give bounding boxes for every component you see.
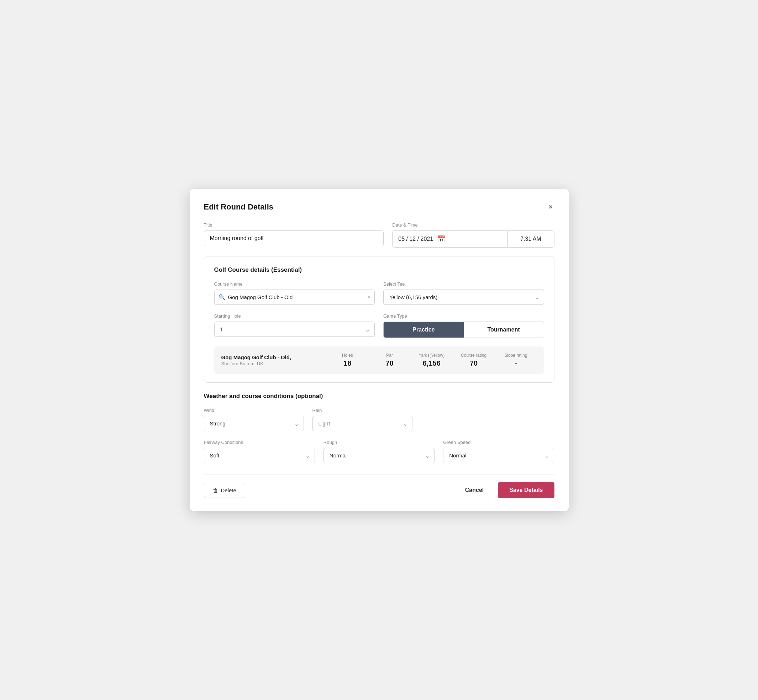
starting-hole-label: Starting Hole — [214, 313, 375, 319]
golf-course-section: Golf Course details (Essential) Course N… — [204, 256, 554, 383]
holes-stat: Holes 18 — [326, 353, 368, 367]
cancel-button[interactable]: Cancel — [459, 483, 489, 498]
fairway-select[interactable]: Soft Normal Hard — [204, 448, 315, 463]
weather-section: Weather and course conditions (optional)… — [204, 393, 554, 463]
wind-rain-row: Wind Calm Light Moderate Strong Very Str… — [204, 408, 554, 431]
green-speed-select-wrapper: Slow Normal Fast Very Fast ⌄ — [443, 448, 554, 463]
wind-label: Wind — [204, 408, 304, 413]
starting-hole-group: Starting Hole 1 2 3 ⌄ — [214, 313, 375, 338]
date-part[interactable]: 05 / 12 / 2021 📅 — [393, 231, 507, 247]
green-speed-select[interactable]: Slow Normal Fast Very Fast — [443, 448, 554, 463]
golf-section-title: Golf Course details (Essential) — [214, 266, 544, 273]
title-label: Title — [204, 222, 384, 228]
game-type-group: Game Type Practice Tournament — [383, 313, 544, 338]
course-info-location: Shelford Bottom, UK — [221, 361, 327, 366]
close-button[interactable]: × — [547, 202, 554, 212]
course-rating-label: Course rating — [453, 353, 495, 358]
yards-label: Yards(Yellow) — [411, 353, 453, 358]
rough-label: Rough — [324, 440, 434, 445]
course-tee-row: Course Name 🔍 × Select Tee Yellow (6,156… — [214, 281, 544, 305]
course-search-wrapper: 🔍 × — [214, 289, 375, 305]
rain-group: Rain None Light Moderate Heavy ⌄ — [312, 408, 412, 431]
tee-select[interactable]: Yellow (6,156 yards) White (6,500 yards)… — [383, 289, 544, 305]
modal-title: Edit Round Details — [204, 202, 274, 212]
rough-group: Rough Soft Normal Hard ⌄ — [324, 440, 434, 463]
weather-section-title: Weather and course conditions (optional) — [204, 393, 554, 400]
yards-value: 6,156 — [411, 359, 453, 367]
course-rating-value: 70 — [453, 359, 495, 367]
course-name-input[interactable] — [214, 289, 375, 305]
select-tee-label: Select Tee — [383, 281, 544, 287]
modal-header: Edit Round Details × — [204, 202, 554, 212]
delete-button[interactable]: 🗑 Delete — [204, 483, 245, 498]
title-field-group: Title — [204, 222, 384, 248]
course-name-label: Course Name — [214, 281, 375, 287]
course-info-name: Gog Magog Golf Club - Old, Shelford Bott… — [221, 354, 327, 366]
time-value: 7:31 AM — [520, 236, 541, 242]
par-stat: Par 70 — [368, 353, 410, 367]
holes-label: Holes — [326, 353, 368, 358]
slope-rating-label: Slope rating — [495, 353, 537, 358]
clear-course-button[interactable]: × — [367, 294, 370, 300]
select-tee-group: Select Tee Yellow (6,156 yards) White (6… — [383, 281, 544, 305]
green-speed-group: Green Speed Slow Normal Fast Very Fast ⌄ — [443, 440, 554, 463]
delete-label: Delete — [221, 487, 236, 493]
holes-value: 18 — [326, 359, 368, 367]
slope-rating-stat: Slope rating - — [495, 353, 537, 367]
fairway-select-wrapper: Soft Normal Hard ⌄ — [204, 448, 315, 463]
par-value: 70 — [368, 359, 410, 367]
calendar-icon: 📅 — [437, 235, 445, 243]
hole-gametype-row: Starting Hole 1 2 3 ⌄ Game Type Practice… — [214, 313, 544, 338]
slope-rating-value: - — [495, 359, 537, 367]
date-value: 05 / 12 / 2021 — [398, 236, 433, 242]
wind-group: Wind Calm Light Moderate Strong Very Str… — [204, 408, 304, 431]
edit-round-modal: Edit Round Details × Title Date & Time 0… — [190, 189, 568, 511]
rough-select-wrapper: Soft Normal Hard ⌄ — [324, 448, 434, 463]
practice-toggle-button[interactable]: Practice — [384, 322, 464, 338]
date-time-group: 05 / 12 / 2021 📅 7:31 AM — [392, 230, 554, 248]
footer-actions: 🗑 Delete Cancel Save Details — [204, 475, 554, 498]
starting-hole-select[interactable]: 1 2 3 — [214, 322, 375, 337]
trash-icon: 🗑 — [213, 487, 218, 493]
hole-select-wrapper: 1 2 3 ⌄ — [214, 322, 375, 337]
conditions-row: Fairway Conditions Soft Normal Hard ⌄ Ro… — [204, 440, 554, 463]
time-part[interactable]: 7:31 AM — [508, 231, 554, 247]
title-input[interactable] — [204, 230, 384, 246]
yards-stat: Yards(Yellow) 6,156 — [411, 353, 453, 367]
tee-select-wrapper: Yellow (6,156 yards) White (6,500 yards)… — [383, 289, 544, 305]
footer-right: Cancel Save Details — [459, 482, 554, 498]
save-button[interactable]: Save Details — [498, 482, 554, 498]
fairway-group: Fairway Conditions Soft Normal Hard ⌄ — [204, 440, 315, 463]
fairway-label: Fairway Conditions — [204, 440, 315, 445]
search-icon: 🔍 — [219, 294, 226, 300]
rain-label: Rain — [312, 408, 412, 413]
game-type-toggle: Practice Tournament — [383, 322, 544, 338]
course-info-bar: Gog Magog Golf Club - Old, Shelford Bott… — [214, 347, 544, 374]
datetime-label: Date & Time — [392, 222, 554, 228]
tournament-toggle-button[interactable]: Tournament — [464, 322, 544, 338]
par-label: Par — [368, 353, 410, 358]
title-datetime-row: Title Date & Time 05 / 12 / 2021 📅 7:31 … — [204, 222, 554, 248]
wind-select[interactable]: Calm Light Moderate Strong Very Strong — [204, 416, 304, 431]
green-speed-label: Green Speed — [443, 440, 554, 445]
rough-select[interactable]: Soft Normal Hard — [324, 448, 434, 463]
course-rating-stat: Course rating 70 — [453, 353, 495, 367]
course-name-group: Course Name 🔍 × — [214, 281, 375, 305]
datetime-field-group: Date & Time 05 / 12 / 2021 📅 7:31 AM — [392, 222, 554, 248]
wind-select-wrapper: Calm Light Moderate Strong Very Strong ⌄ — [204, 416, 304, 431]
course-info-name-main: Gog Magog Golf Club - Old, — [221, 354, 327, 360]
rain-select[interactable]: None Light Moderate Heavy — [312, 416, 412, 431]
rain-select-wrapper: None Light Moderate Heavy ⌄ — [312, 416, 412, 431]
game-type-label: Game Type — [383, 313, 544, 319]
